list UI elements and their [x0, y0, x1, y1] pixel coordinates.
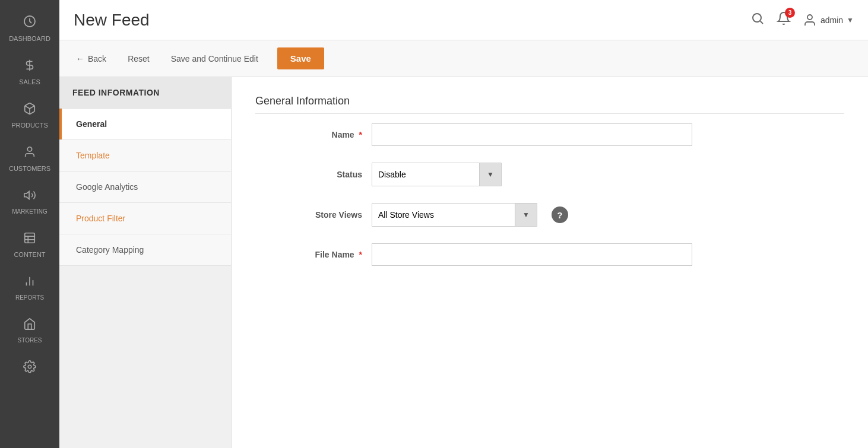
status-field-row: Status Disable Enable ▼ — [255, 163, 844, 186]
sidebar-item-label: CUSTOMERS — [9, 165, 50, 172]
dashboard-icon — [23, 14, 37, 31]
svg-rect-5 — [25, 233, 35, 243]
file-name-input[interactable] — [372, 243, 692, 266]
nav-item-label: Product Filter — [76, 214, 125, 223]
megaphone-icon — [23, 189, 36, 205]
sidebar: DASHBOARD SALES PRODUCTS CUSTOME — [0, 0, 59, 448]
back-button[interactable]: ← Back — [74, 50, 109, 67]
svg-point-3 — [27, 147, 31, 151]
dollar-icon — [23, 59, 36, 75]
sidebar-item-sales[interactable]: SALES — [0, 50, 59, 94]
save-button[interactable]: Save — [277, 47, 324, 69]
left-panel: FEED INFORMATION General Template Google… — [59, 77, 232, 448]
store-views-label: Store Views — [255, 210, 362, 220]
sidebar-item-system[interactable] — [0, 352, 59, 385]
sidebar-item-label: SALES — [19, 78, 40, 85]
nav-item-label: Google Analytics — [76, 182, 138, 192]
save-continue-label: Save and Continue Edit — [171, 54, 258, 63]
notification-badge: 3 — [785, 8, 795, 18]
form-area: General Information Name * Status Disabl… — [232, 77, 868, 448]
sidebar-item-label: PRODUCTS — [11, 122, 48, 129]
page-title: New Feed — [74, 11, 150, 30]
nav-item-category-mapping[interactable]: Category Mapping — [59, 234, 231, 266]
sidebar-item-content[interactable]: CONTENT — [0, 223, 59, 266]
nav-item-google-analytics[interactable]: Google Analytics — [59, 171, 231, 203]
svg-point-15 — [807, 15, 812, 20]
name-field-row: Name * — [255, 123, 844, 146]
sidebar-item-label: DASHBOARD — [9, 35, 50, 42]
content-icon — [23, 231, 36, 247]
file-name-field-row: File Name * — [255, 243, 844, 266]
admin-user-menu[interactable]: admin ▼ — [803, 13, 854, 27]
svg-line-14 — [761, 21, 763, 23]
sidebar-item-label: STORES — [18, 337, 42, 344]
file-name-label: File Name * — [255, 250, 362, 259]
status-select-wrapper: Disable Enable ▼ — [372, 163, 502, 186]
store-views-select-wrapper: All Store Views ▼ — [372, 203, 537, 227]
sidebar-item-stores[interactable]: STORES — [0, 309, 59, 352]
sidebar-item-customers[interactable]: CUSTOMERS — [0, 137, 59, 180]
required-indicator: * — [359, 130, 362, 139]
box-icon — [23, 102, 36, 118]
sidebar-item-reports[interactable]: REPORTS — [0, 266, 59, 309]
search-icon[interactable] — [750, 11, 765, 29]
notifications-icon[interactable]: 3 — [777, 11, 791, 29]
store-views-select-arrow[interactable]: ▼ — [515, 204, 537, 226]
status-select-arrow[interactable]: ▼ — [479, 163, 501, 186]
nav-item-template[interactable]: Template — [59, 140, 231, 171]
save-label: Save — [290, 53, 311, 63]
chevron-down-icon: ▼ — [847, 16, 854, 24]
content-area: FEED INFORMATION General Template Google… — [59, 77, 868, 448]
sidebar-item-label: CONTENT — [14, 251, 45, 258]
store-views-select[interactable]: All Store Views — [372, 204, 515, 226]
status-label: Status — [255, 170, 362, 179]
stores-icon — [23, 317, 36, 333]
nav-item-label: Category Mapping — [76, 245, 144, 255]
save-continue-button[interactable]: Save and Continue Edit — [169, 50, 261, 67]
panel-section-title: FEED INFORMATION — [59, 77, 231, 109]
name-label: Name * — [255, 130, 362, 139]
toolbar: ← Back Reset Save and Continue Edit Save — [59, 40, 868, 77]
back-arrow-icon: ← — [76, 54, 84, 63]
main-content: New Feed 3 admin — [59, 0, 868, 448]
required-indicator: * — [359, 250, 362, 259]
sidebar-item-marketing[interactable]: MARKETING — [0, 180, 59, 223]
reset-button[interactable]: Reset — [125, 50, 152, 67]
page-header: New Feed 3 admin — [59, 0, 868, 40]
svg-marker-4 — [24, 192, 29, 199]
store-views-field-row: Store Views All Store Views ▼ ? — [255, 203, 844, 227]
admin-label: admin — [821, 15, 843, 25]
sidebar-item-dashboard[interactable]: DASHBOARD — [0, 6, 59, 50]
form-section-title: General Information — [255, 95, 844, 114]
nav-item-product-filter[interactable]: Product Filter — [59, 203, 231, 234]
reset-label: Reset — [128, 54, 150, 63]
back-label: Back — [88, 54, 106, 63]
sidebar-item-label: MARKETING — [12, 208, 47, 215]
sidebar-item-label: REPORTS — [15, 294, 44, 301]
user-icon — [23, 145, 36, 161]
status-select[interactable]: Disable Enable — [372, 163, 479, 186]
nav-item-label: Template — [76, 151, 110, 160]
svg-point-13 — [753, 14, 761, 22]
store-views-help-icon[interactable]: ? — [552, 206, 568, 223]
gear-icon — [23, 360, 36, 376]
svg-point-12 — [28, 365, 31, 368]
name-input[interactable] — [372, 123, 692, 146]
nav-item-label: General — [76, 119, 107, 129]
header-actions: 3 admin ▼ — [750, 11, 854, 29]
reports-icon — [23, 275, 36, 291]
sidebar-item-products[interactable]: PRODUCTS — [0, 94, 59, 137]
nav-item-general[interactable]: General — [59, 109, 231, 140]
